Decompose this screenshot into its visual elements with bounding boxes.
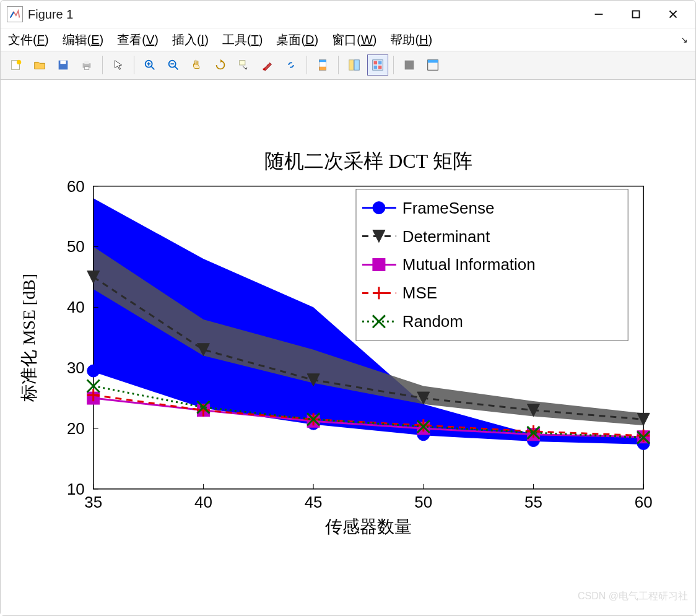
- xtick-label: 40: [194, 493, 212, 510]
- toolbar-separator: [393, 56, 394, 74]
- window-controls: [580, 2, 692, 27]
- menu-desktop[interactable]: 桌面(D): [276, 32, 318, 48]
- menu-tools[interactable]: 工具(T): [222, 32, 263, 48]
- xtick-label: 60: [635, 493, 653, 510]
- chart: 354045505560102030405060传感器数量标准化 MSE [dB…: [1, 80, 695, 615]
- svg-point-84: [373, 201, 385, 214]
- xtick-label: 55: [524, 493, 542, 510]
- svg-rect-19: [263, 69, 266, 71]
- xlabel: 传感器数量: [325, 516, 412, 536]
- pan-button[interactable]: [186, 54, 207, 76]
- svg-rect-32: [405, 61, 414, 70]
- menu-insert[interactable]: 插入(I): [172, 32, 209, 48]
- svg-rect-18: [240, 61, 245, 65]
- svg-point-5: [17, 60, 21, 64]
- xtick-label: 50: [414, 493, 432, 510]
- ytick-label: 40: [67, 298, 85, 316]
- svg-rect-21: [320, 60, 326, 63]
- save-button[interactable]: [53, 54, 74, 76]
- svg-rect-1: [633, 11, 640, 18]
- menu-edit[interactable]: 编辑(E): [63, 32, 104, 48]
- link-button[interactable]: [281, 54, 302, 76]
- svg-rect-9: [84, 61, 89, 64]
- legend-label: MSE: [402, 284, 437, 301]
- toolbar-separator: [307, 56, 307, 74]
- menu-file[interactable]: 文件(F): [8, 32, 49, 48]
- plot-layout-button[interactable]: [367, 54, 388, 76]
- svg-rect-7: [60, 61, 66, 64]
- matlab-icon: [7, 6, 23, 22]
- menu-help[interactable]: 帮助(H): [390, 32, 432, 48]
- colorbar-button[interactable]: [312, 54, 333, 76]
- svg-line-12: [151, 66, 155, 70]
- ytick-label: 10: [67, 480, 85, 497]
- new-figure-button[interactable]: [6, 54, 27, 76]
- zoom-out-button[interactable]: [163, 54, 184, 76]
- svg-rect-29: [378, 61, 382, 65]
- titlebar: Figure 1: [1, 1, 695, 28]
- zoom-in-button[interactable]: [139, 54, 160, 76]
- watermark-text: CSDN @电气工程研习社: [578, 590, 688, 603]
- ytick-label: 50: [67, 238, 85, 255]
- menu-window[interactable]: 窗口(W): [332, 32, 376, 48]
- svg-rect-30: [374, 66, 378, 69]
- data-cursor-button[interactable]: [233, 54, 254, 76]
- legend-button[interactable]: [344, 54, 365, 76]
- legend-label: Mutual Information: [402, 256, 536, 273]
- legend-label: Determinant: [402, 227, 490, 245]
- toolbar-separator: [338, 56, 339, 74]
- svg-rect-10: [84, 67, 89, 70]
- ytick-label: 20: [67, 420, 85, 437]
- toolbar-separator: [134, 56, 134, 74]
- hide-tools-button[interactable]: [399, 54, 420, 76]
- figure-window: Figure 1 文件(F) 编辑(E) 查看(V) 插入(I) 工具(T) 桌…: [0, 0, 696, 616]
- xtick-label: 45: [305, 493, 323, 510]
- rotate-button[interactable]: [210, 54, 231, 76]
- print-button[interactable]: [76, 54, 97, 76]
- chart-title: 随机二次采样 DCT 矩阵: [264, 150, 472, 171]
- svg-rect-31: [378, 66, 382, 69]
- svg-rect-87: [373, 258, 385, 271]
- toolbar: [1, 51, 695, 79]
- svg-rect-25: [349, 60, 354, 71]
- legend-label: FrameSense: [402, 199, 494, 216]
- open-button[interactable]: [29, 54, 50, 76]
- svg-rect-22: [320, 63, 326, 65]
- minimize-button[interactable]: [580, 2, 617, 27]
- xtick-label: 35: [84, 493, 102, 510]
- svg-point-47: [87, 365, 100, 377]
- svg-rect-23: [320, 65, 326, 67]
- menubar: 文件(F) 编辑(E) 查看(V) 插入(I) 工具(T) 桌面(D) 窗口(W…: [1, 28, 695, 51]
- legend-label: Random: [402, 313, 463, 330]
- menu-overflow-icon[interactable]: ↘: [681, 35, 688, 45]
- axes-area[interactable]: 354045505560102030405060传感器数量标准化 MSE [dB…: [1, 80, 695, 615]
- ytick-label: 60: [67, 177, 85, 194]
- pointer-button[interactable]: [108, 54, 129, 76]
- menu-view[interactable]: 查看(V): [117, 32, 159, 48]
- svg-rect-26: [354, 60, 359, 71]
- svg-rect-34: [428, 60, 438, 63]
- close-button[interactable]: [655, 2, 692, 27]
- brush-button[interactable]: [257, 54, 278, 76]
- window-title: Figure 1: [28, 7, 73, 22]
- svg-line-16: [175, 66, 178, 70]
- toolbar-separator: [102, 56, 103, 74]
- maximize-button[interactable]: [617, 2, 655, 27]
- dock-button[interactable]: [422, 54, 443, 76]
- ytick-label: 30: [67, 359, 85, 376]
- svg-rect-24: [320, 67, 326, 71]
- svg-rect-28: [374, 61, 378, 65]
- ylabel: 标准化 MSE [dB]: [19, 273, 38, 402]
